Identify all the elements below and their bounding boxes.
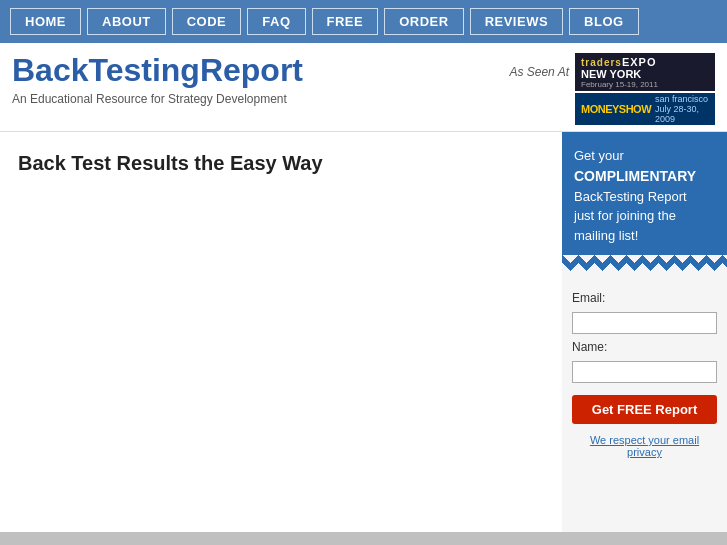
nav-item-about[interactable]: ABOUT — [87, 8, 166, 35]
name-label: Name: — [572, 340, 717, 354]
sidebar: Get your COMPLIMENTARY BackTesting Repor… — [562, 132, 727, 532]
page-heading: Back Test Results the Easy Way — [18, 152, 544, 175]
as-seen-at-row: As Seen At tradersEXPO NEW YORK February… — [509, 53, 715, 91]
promo-line1: Get your — [574, 148, 624, 163]
moneyshow-date: July 28-30, 2009 — [655, 104, 709, 124]
header: BackTestingReport An Educational Resourc… — [0, 43, 727, 132]
traders-expo-banner: tradersEXPO NEW YORK February 15-19, 201… — [575, 53, 715, 91]
nav-item-order[interactable]: ORDER — [384, 8, 463, 35]
moneyshow-banner: MONEYSHOW san francisco July 28-30, 2009 — [575, 93, 715, 125]
site-subtitle: An Educational Resource for Strategy Dev… — [12, 92, 303, 106]
sidebar-promo: Get your COMPLIMENTARY BackTesting Repor… — [562, 132, 727, 263]
nav-item-code[interactable]: CODE — [172, 8, 242, 35]
get-free-report-button[interactable]: Get FREE Report — [572, 395, 717, 424]
nav-bar: HOME ABOUT CODE FAQ FREE ORDER REVIEWS B… — [0, 0, 727, 43]
traders-expo-title: tradersEXPO — [581, 56, 709, 68]
sidebar-promo-text: Get your COMPLIMENTARY BackTesting Repor… — [574, 146, 715, 245]
promo-line2: COMPLIMENTARY — [574, 168, 696, 184]
name-input[interactable] — [572, 361, 717, 383]
nav-item-home[interactable]: HOME — [10, 8, 81, 35]
sidebar-form: Email: Name: Get FREE Report We respect … — [562, 263, 727, 470]
promo-line5: mailing list! — [574, 228, 638, 243]
nav-item-faq[interactable]: FAQ — [247, 8, 305, 35]
moneyshow-details: san francisco July 28-30, 2009 — [655, 94, 709, 124]
email-input[interactable] — [572, 312, 717, 334]
traders-expo-city: NEW YORK — [581, 68, 709, 80]
header-right: As Seen At tradersEXPO NEW YORK February… — [509, 53, 715, 125]
moneyshow-logo: MONEYSHOW — [581, 103, 651, 115]
nav-item-blog[interactable]: BLOG — [569, 8, 639, 35]
privacy-link[interactable]: We respect your email privacy — [572, 434, 717, 458]
main-content: Back Test Results the Easy Way Get your … — [0, 132, 727, 532]
moneyshow-city: san francisco — [655, 94, 709, 104]
email-label: Email: — [572, 291, 717, 305]
header-left: BackTestingReport An Educational Resourc… — [12, 53, 303, 106]
as-seen-at-text: As Seen At — [509, 65, 569, 79]
traders-expo-date: February 15-19, 2011 — [581, 80, 709, 89]
nav-item-reviews[interactable]: REVIEWS — [470, 8, 563, 35]
promo-line3: BackTesting Report — [574, 189, 687, 204]
promo-line4: just for joining the — [574, 208, 676, 223]
site-title: BackTestingReport — [12, 53, 303, 88]
content-area: Back Test Results the Easy Way — [0, 132, 562, 532]
nav-item-free[interactable]: FREE — [312, 8, 379, 35]
